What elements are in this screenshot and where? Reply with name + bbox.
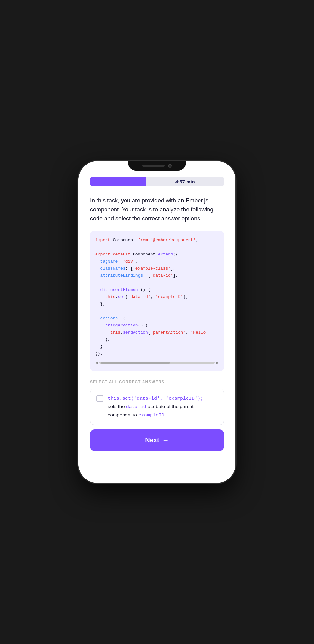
scroll-thumb [101, 362, 170, 364]
answer-text-1: this.set('data-id', 'exampleID'); sets t… [108, 394, 218, 419]
timer-label: 4:57 min [175, 179, 195, 184]
answer-code-dataid: data-id [126, 404, 146, 410]
code-scrollbar: ◀ ▶ [95, 361, 219, 365]
timer-label-wrapper: 4:57 min [146, 177, 224, 186]
next-button-label: Next [145, 436, 159, 444]
answer-code-1: this.set('data-id', 'exampleID'); [108, 396, 203, 401]
scroll-left-arrow[interactable]: ◀ [95, 361, 98, 365]
answer-checkbox-1[interactable] [96, 395, 103, 402]
answer-code-exampleid: exampleID [138, 413, 164, 418]
answer-option-1[interactable]: this.set('data-id', 'exampleID'); sets t… [90, 389, 224, 425]
section-label: SELECT ALL CORRECT ANSWERS [90, 380, 224, 384]
code-pre: import Component from '@ember/component'… [95, 237, 219, 358]
task-description: In this task, you are provided with an E… [90, 196, 224, 223]
timer-progress [90, 177, 146, 186]
phone-screen: 4:57 min In this task, you are provided … [78, 161, 236, 483]
notch-speaker [142, 165, 165, 167]
next-button[interactable]: Next → [90, 429, 224, 451]
code-block: import Component from '@ember/component'… [90, 231, 224, 371]
phone-frame: 4:57 min In this task, you are provided … [78, 161, 236, 483]
next-arrow-icon: → [162, 436, 169, 444]
scroll-right-arrow[interactable]: ▶ [216, 361, 219, 365]
screen-content: 4:57 min In this task, you are provided … [78, 161, 236, 483]
notch-camera [168, 164, 172, 168]
phone-notch [128, 161, 186, 171]
timer-bar: 4:57 min [90, 177, 224, 186]
scroll-track [99, 362, 215, 364]
